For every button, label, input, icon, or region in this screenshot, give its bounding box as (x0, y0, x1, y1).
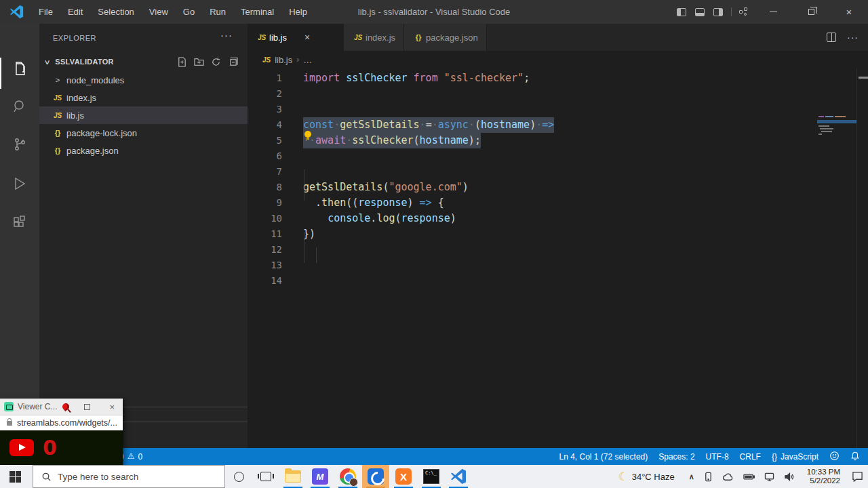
menu-view[interactable]: View (142, 0, 176, 24)
menu-file[interactable]: File (31, 0, 60, 24)
breadcrumb-more[interactable]: … (303, 55, 312, 65)
tab-lib.js[interactable]: JSlib.js× (248, 24, 344, 51)
split-editor-icon[interactable] (827, 33, 836, 42)
code-line-8[interactable]: 8getSslDetails("google.com") (248, 180, 844, 195)
breadcrumb[interactable]: JS lib.js › … (262, 51, 312, 68)
menu-run[interactable]: Run (202, 0, 233, 24)
cortana-button[interactable] (225, 465, 252, 488)
extensions-icon[interactable] (0, 207, 39, 239)
toggle-panel-icon[interactable] (695, 8, 705, 16)
code-text: .then((response) => { (303, 195, 444, 211)
minimize-button[interactable] (754, 0, 792, 24)
your-phone-icon[interactable] (704, 472, 713, 482)
xampp-button[interactable]: X (390, 465, 417, 488)
vscode-button[interactable] (445, 465, 472, 488)
notifications-bell-icon[interactable] (850, 451, 860, 463)
menu-help[interactable]: Help (281, 0, 315, 24)
tray-expand-icon[interactable]: ∧ (689, 472, 694, 481)
viewer-url[interactable]: streamlabs.com/widgets/... (17, 418, 117, 428)
js-file-icon: JS (52, 112, 64, 119)
menu-selection[interactable]: Selection (90, 0, 141, 24)
tree-item-package.json[interactable]: {}package.json (39, 142, 248, 159)
cursor-position[interactable]: Ln 4, Col 1 (72 selected) (559, 452, 648, 462)
code-line-10[interactable]: 10 console.log(response) (248, 211, 844, 226)
new-file-icon[interactable] (177, 57, 187, 67)
chevron-right-icon: › (296, 55, 299, 64)
code-line-12[interactable]: 12 (248, 242, 844, 258)
explorer-more-actions-icon[interactable]: ··· (220, 29, 233, 41)
tree-item-package-lock.json[interactable]: {}package-lock.json (39, 124, 248, 142)
braces-icon: {} (772, 452, 777, 462)
new-folder-icon[interactable] (194, 57, 204, 67)
minimap[interactable] (817, 115, 856, 169)
run-debug-icon[interactable] (0, 167, 39, 200)
toggle-sidebar-icon[interactable] (677, 8, 686, 16)
menu-go[interactable]: Go (176, 0, 202, 24)
network-icon[interactable] (764, 472, 774, 481)
search-icon[interactable] (0, 90, 39, 123)
taskbar-search[interactable]: Type here to search (33, 465, 225, 488)
scrollbar-track[interactable] (856, 68, 857, 448)
code-line-9[interactable]: 9 .then((response) => { (248, 195, 844, 211)
code-line-13[interactable]: 13 (248, 258, 844, 273)
editor-actions: ··· (827, 32, 859, 43)
streamlabs-button[interactable] (362, 465, 389, 488)
viewer-window-titlebar[interactable]: Viewer C... × (0, 399, 123, 415)
source-control-icon[interactable] (0, 128, 39, 161)
vscode-icon (450, 468, 467, 485)
code-line-5[interactable]: 5··await·sslChecker(hostname); (248, 133, 844, 148)
volume-icon[interactable] (784, 472, 794, 481)
tree-item-node_modules[interactable]: >node_modules (39, 71, 248, 89)
lightbulb-icon[interactable] (304, 131, 311, 140)
code-line-4[interactable]: 4const·getSslDetails·=·async·(hostname)·… (248, 117, 844, 133)
code-line-7[interactable]: 7 (248, 164, 844, 180)
code-line-11[interactable]: 11}) (248, 226, 844, 242)
action-center-icon[interactable] (852, 471, 863, 482)
onedrive-cloud-icon[interactable] (722, 472, 734, 481)
menu-terminal[interactable]: Terminal (233, 0, 281, 24)
explorer-icon[interactable] (0, 52, 39, 85)
command-prompt-button[interactable]: C:\_ (418, 465, 445, 488)
viewer-count-window[interactable]: Viewer C... × streamlabs.com/widgets/...… (0, 399, 123, 465)
toggle-secondary-sidebar-icon[interactable] (713, 8, 723, 16)
indentation[interactable]: Spaces: 2 (658, 452, 694, 462)
feedback-icon[interactable] (829, 451, 840, 463)
tab-close-icon[interactable]: × (304, 32, 310, 43)
code-line-6[interactable]: 6 (248, 148, 844, 164)
refresh-icon[interactable] (211, 57, 221, 67)
task-view-button[interactable] (252, 465, 279, 488)
tab-package.json[interactable]: {}package.json (404, 24, 487, 51)
language-mode[interactable]: {} JavaScript (772, 452, 818, 462)
collapse-all-icon[interactable] (228, 57, 238, 67)
code-line-2[interactable]: 2 (248, 86, 844, 102)
explorer-sidebar: EXPLORER ··· ∨ SSLVALIDATOR >node_module… (39, 24, 248, 448)
breadcrumb-file[interactable]: lib.js (275, 55, 292, 65)
viewer-close-icon[interactable]: × (109, 402, 115, 412)
viewer-url-bar[interactable]: streamlabs.com/widgets/... (0, 415, 123, 430)
more-actions-icon[interactable]: ··· (847, 32, 859, 43)
eol-sequence[interactable]: CRLF (740, 452, 761, 462)
code-line-3[interactable]: 3 (248, 102, 844, 117)
tree-item-lib.js[interactable]: JSlib.js (39, 106, 248, 124)
tree-item-index.js[interactable]: JSindex.js (39, 89, 248, 106)
battery-icon[interactable] (743, 473, 755, 481)
line-number: 10 (248, 211, 282, 226)
medal-button[interactable]: M (307, 465, 334, 488)
code-line-1[interactable]: 1import sslChecker from "ssl-checker"; (248, 70, 844, 86)
customize-layout-icon[interactable] (739, 7, 748, 16)
weather-status[interactable]: 34°C Haze (632, 472, 675, 482)
restore-button[interactable] (792, 0, 830, 24)
close-button[interactable]: × (830, 0, 868, 24)
code-line-14[interactable]: 14 (248, 273, 844, 289)
chrome-button[interactable] (334, 465, 361, 488)
viewer-maximize-icon[interactable] (84, 404, 90, 410)
encoding[interactable]: UTF-8 (706, 452, 729, 462)
menu-edit[interactable]: Edit (60, 0, 90, 24)
tab-index.js[interactable]: JSindex.js (344, 24, 404, 51)
start-button[interactable] (9, 471, 21, 483)
explorer-section-header[interactable]: ∨ SSLVALIDATOR (39, 53, 248, 70)
pin-icon[interactable] (61, 402, 71, 411)
file-explorer-button[interactable] (279, 465, 307, 488)
clock[interactable]: 10:33 PM 5/2/2022 (807, 468, 840, 485)
code-area[interactable]: 1import sslChecker from "ssl-checker";23… (248, 68, 868, 448)
